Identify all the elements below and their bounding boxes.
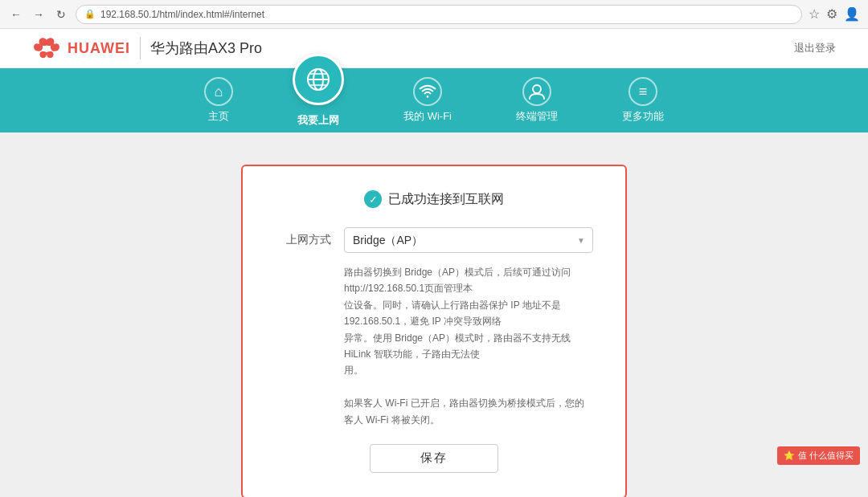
logo-divider xyxy=(140,37,141,59)
sidebar-item-terminal[interactable]: 终端管理 xyxy=(484,68,590,132)
url-text: 192.168.50.1/html/index.html#/internet xyxy=(100,9,264,20)
connection-type-select-wrapper[interactable]: Bridge（AP） 拨号上网(PPPoE) 自动获取IP 静态IP ▼ xyxy=(344,227,593,253)
sidebar-item-more[interactable]: ≡ 更多功能 xyxy=(590,68,696,132)
connection-type-row: 上网方式 Bridge（AP） 拨号上网(PPPoE) 自动获取IP 静态IP … xyxy=(275,227,593,253)
info-line3: 异常。使用 Bridge（AP）模式时，路由器不支持无线 HiLink 智联功能… xyxy=(344,332,571,360)
card-title: 已成功连接到互联网 xyxy=(388,191,504,208)
nav-bar: ⌂ 主页 我要上网 我的 Wi-Fi xyxy=(0,68,868,132)
app-header: HUAWEI 华为路由AX3 Pro 退出登录 xyxy=(0,29,868,68)
sidebar-item-wifi[interactable]: 我的 Wi-Fi xyxy=(371,68,484,132)
profile-icon[interactable]: 👤 xyxy=(844,6,860,22)
nav-label-internet: 我要上网 xyxy=(297,113,339,132)
internet-icon xyxy=(293,54,344,105)
info-line1: 路由器切换到 Bridge（AP）模式后，后续可通过访问 http://192.… xyxy=(344,267,571,294)
info-line2: 位设备。同时，请确认上行路由器保护 IP 地址不是 192.168.50.1，避… xyxy=(344,299,561,327)
watermark-icon: ⭐ xyxy=(784,450,795,461)
info-line5: 如果客人 Wi-Fi 已开启，路由器切换为桥接模式后，您的客人 Wi-Fi 将被… xyxy=(344,397,584,425)
nav-label-home: 主页 xyxy=(208,109,229,124)
huawei-logo-icon xyxy=(32,37,61,59)
sidebar-item-internet[interactable]: 我要上网 xyxy=(265,68,371,132)
form-label: 上网方式 xyxy=(275,233,331,247)
info-text: 路由器切换到 Bridge（AP）模式后，后续可通过访问 http://192.… xyxy=(344,264,593,428)
settings-card: ✓ 已成功连接到互联网 上网方式 Bridge（AP） 拨号上网(PPPoE) … xyxy=(241,165,627,497)
router-name: 华为路由AX3 Pro xyxy=(150,39,262,58)
logo-area: HUAWEI 华为路由AX3 Pro xyxy=(32,37,262,59)
save-button[interactable]: 保存 xyxy=(370,444,498,473)
star-icon[interactable]: ☆ xyxy=(809,6,820,22)
watermark-badge: ⭐ 值 什么值得买 xyxy=(777,446,860,465)
check-circle-icon: ✓ xyxy=(364,190,382,208)
huawei-logo: HUAWEI xyxy=(32,37,130,59)
main-content: ✓ 已成功连接到互联网 上网方式 Bridge（AP） 拨号上网(PPPoE) … xyxy=(0,132,868,497)
svg-point-5 xyxy=(533,85,541,93)
browser-bar: ← → ↻ 🔒 192.168.50.1/html/index.html#/in… xyxy=(0,0,868,29)
url-bar[interactable]: 🔒 192.168.50.1/html/index.html#/internet xyxy=(76,5,802,24)
nav-label-terminal: 终端管理 xyxy=(516,109,558,124)
back-button[interactable]: ← xyxy=(8,6,24,22)
connection-type-select[interactable]: Bridge（AP） 拨号上网(PPPoE) 自动获取IP 静态IP xyxy=(344,227,593,253)
more-icon: ≡ xyxy=(628,77,657,106)
watermark-text: 值 什么值得买 xyxy=(798,450,854,462)
wifi-icon xyxy=(413,77,442,106)
home-icon: ⌂ xyxy=(204,77,233,106)
forward-button[interactable]: → xyxy=(31,6,47,22)
browser-actions: ☆ ⚙ 👤 xyxy=(809,6,860,22)
nav-label-wifi: 我的 Wi-Fi xyxy=(403,109,452,124)
terminal-icon xyxy=(522,77,551,106)
lock-icon: 🔒 xyxy=(84,9,96,19)
extensions-icon[interactable]: ⚙ xyxy=(826,6,837,22)
card-title-row: ✓ 已成功连接到互联网 xyxy=(275,190,593,208)
brand-text: HUAWEI xyxy=(68,40,130,57)
refresh-button[interactable]: ↻ xyxy=(53,6,69,22)
sidebar-item-home[interactable]: ⌂ 主页 xyxy=(172,68,265,132)
save-btn-row: 保存 xyxy=(275,444,593,473)
info-line4: 用。 xyxy=(344,365,363,376)
logout-button[interactable]: 退出登录 xyxy=(794,41,836,55)
nav-label-more: 更多功能 xyxy=(622,109,664,124)
